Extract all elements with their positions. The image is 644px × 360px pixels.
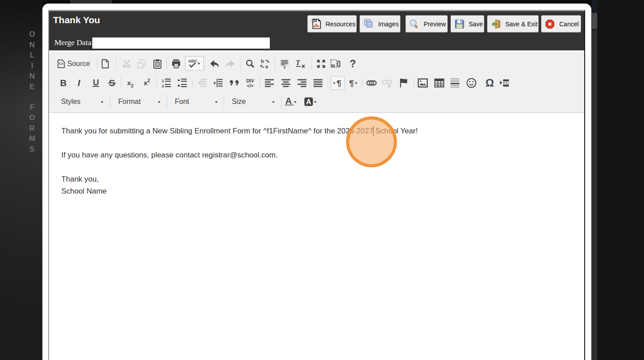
svg-text:U: U [93,78,99,87]
svg-text:ABC: ABC [188,58,197,63]
svg-text:b: b [261,58,264,64]
svg-text:2: 2 [131,83,133,88]
svg-text:¶: ¶ [349,79,354,88]
svg-text:Ω: Ω [485,77,494,89]
svg-text:I: I [78,78,81,88]
svg-text:</>: </> [247,83,253,88]
svg-text:1: 1 [162,78,165,83]
svg-text:T: T [296,59,301,66]
svg-text:A: A [285,96,291,106]
svg-text:2: 2 [148,78,150,83]
svg-text:2: 2 [162,83,164,88]
svg-text:?: ? [350,58,356,70]
svg-text:B: B [60,78,66,88]
svg-text:a: a [265,64,268,69]
svg-text:A: A [306,98,311,106]
svg-text:¶: ¶ [337,79,342,88]
svg-text:PDF: PDF [312,20,317,22]
